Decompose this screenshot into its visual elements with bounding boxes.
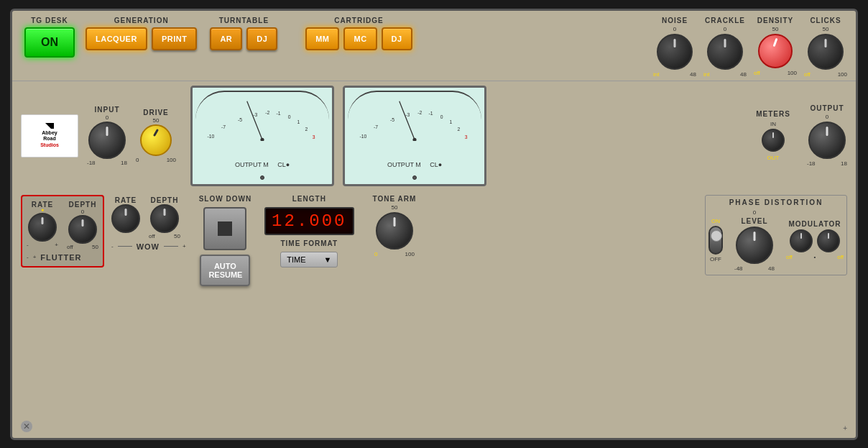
flutter-plus: + bbox=[33, 254, 37, 260]
density-100-val: 100 bbox=[788, 70, 797, 76]
vu-left-label: OUTPUT M bbox=[235, 161, 269, 168]
density-val: 50 bbox=[772, 26, 779, 32]
output-min: -18 bbox=[807, 160, 816, 167]
density-knob[interactable] bbox=[758, 34, 793, 68]
depth-flutter-label: DEPTH bbox=[69, 201, 97, 209]
flutter-rate-minus: - bbox=[27, 242, 29, 248]
input-label: INPUT bbox=[95, 106, 120, 114]
svg-text:3: 3 bbox=[465, 134, 468, 139]
slow-down-label: SLOW DOWN bbox=[199, 195, 251, 203]
depth-flutter-knob[interactable] bbox=[68, 215, 97, 244]
vu-meter-right: -10 -7 -5 -3 -2 -1 0 1 2 3 OUTPUT M CL● bbox=[343, 86, 486, 186]
on-button[interactable]: ON bbox=[24, 27, 75, 58]
minus-icon-bottom[interactable]: ✕ bbox=[21, 421, 32, 432]
rate-wow-knob[interactable] bbox=[111, 204, 140, 233]
cl-right-label: CL● bbox=[430, 161, 442, 168]
svg-text:-1: -1 bbox=[277, 111, 281, 116]
stop-icon bbox=[218, 221, 232, 236]
ar-button[interactable]: AR bbox=[210, 27, 242, 50]
modulator-knob-left[interactable] bbox=[790, 229, 813, 252]
svg-text:-3: -3 bbox=[253, 112, 257, 117]
time-format-dropdown[interactable]: TIME ▼ bbox=[280, 252, 338, 268]
meters-label: METERS bbox=[756, 110, 790, 118]
tone-arm-val: 50 bbox=[391, 204, 397, 211]
flutter-depth-max: 50 bbox=[92, 244, 98, 250]
mc-button[interactable]: MC bbox=[343, 27, 377, 50]
depth-flutter-val: 0 bbox=[81, 209, 84, 215]
auto-resume-button[interactable]: AUTO RESUME bbox=[200, 255, 250, 286]
drive-knob[interactable] bbox=[140, 124, 172, 156]
print-button[interactable]: PRINT bbox=[152, 27, 198, 50]
lacquer-button[interactable]: LACQUER bbox=[86, 27, 147, 50]
noise-48-val: 48 bbox=[690, 71, 696, 78]
phase-distortion-section: PHASE DISTORTION ON OFF 0 LEVEL -48 48 bbox=[705, 195, 847, 275]
dj-cartridge-button[interactable]: DJ bbox=[382, 27, 412, 50]
input-val: 0 bbox=[106, 114, 108, 121]
svg-text:-3: -3 bbox=[405, 112, 410, 117]
length-display: 12.000 bbox=[264, 207, 354, 235]
abbey-road-logo: Abbey Road Studios bbox=[21, 114, 78, 157]
time-format-value: TIME bbox=[287, 255, 305, 264]
time-format-label: TIME FORMAT bbox=[280, 239, 338, 247]
modulator-off-right: off bbox=[837, 254, 844, 260]
tone-arm-knob[interactable] bbox=[376, 212, 413, 250]
wow-max: 50 bbox=[174, 233, 180, 239]
clicks-knob[interactable] bbox=[808, 34, 844, 70]
clicks-label: CLICKS bbox=[810, 17, 841, 24]
rate-flutter-knob[interactable] bbox=[28, 213, 57, 242]
generation-label: GENERATION bbox=[114, 17, 169, 24]
noise-val: 0 bbox=[673, 26, 676, 32]
output-val: 0 bbox=[826, 114, 828, 120]
dj-turntable-button[interactable]: DJ bbox=[246, 27, 277, 50]
tone-arm-max: 100 bbox=[405, 251, 415, 257]
crackle-48-val: 48 bbox=[740, 71, 747, 78]
svg-text:-10: -10 bbox=[208, 133, 215, 138]
depth-wow-label: DEPTH bbox=[151, 196, 179, 204]
modulator-knob-right[interactable] bbox=[817, 229, 840, 252]
svg-text:1: 1 bbox=[449, 119, 452, 124]
output-knob[interactable] bbox=[808, 122, 846, 159]
meters-in-label: IN bbox=[770, 121, 776, 127]
input-knob[interactable] bbox=[88, 122, 126, 159]
svg-line-10 bbox=[247, 101, 262, 140]
abbey-road-line3: Studios bbox=[40, 142, 59, 147]
modulator-dot-center: • bbox=[814, 254, 816, 260]
svg-text:3: 3 bbox=[313, 134, 315, 139]
phase-level-knob[interactable] bbox=[736, 227, 773, 264]
depth-wow-knob[interactable] bbox=[150, 204, 179, 233]
wow-label: WOW bbox=[137, 242, 160, 251]
drive-val: 50 bbox=[153, 117, 160, 124]
svg-text:-2: -2 bbox=[265, 109, 269, 114]
phase-on-label: ON bbox=[711, 218, 720, 224]
flutter-rate-plus: + bbox=[55, 242, 58, 248]
svg-point-11 bbox=[260, 137, 264, 140]
rate-wow-label: RATE bbox=[115, 196, 137, 204]
mm-button[interactable]: MM bbox=[305, 27, 339, 50]
clicks-val: 50 bbox=[823, 26, 829, 32]
plus-icon-top-center: + bbox=[843, 424, 847, 432]
input-max: 18 bbox=[121, 160, 127, 166]
slow-down-button[interactable] bbox=[203, 207, 246, 250]
noise-knob[interactable] bbox=[657, 34, 693, 70]
output-max: 18 bbox=[841, 160, 847, 167]
phase-level-label: LEVEL bbox=[741, 217, 767, 225]
svg-text:2: 2 bbox=[305, 126, 308, 131]
svg-text:0: 0 bbox=[288, 114, 291, 119]
vu-right-label: OUTPUT M bbox=[387, 161, 421, 168]
crackle-knob[interactable] bbox=[707, 34, 743, 70]
phase-level-max: 48 bbox=[768, 265, 775, 272]
vu-meter-left: -10 -7 -5 -3 -2 -1 0 1 2 3 OUTPUT M CL bbox=[190, 86, 334, 186]
clicks-off-label: off bbox=[804, 71, 811, 78]
output-label: OUTPUT bbox=[810, 104, 844, 112]
svg-text:2: 2 bbox=[458, 126, 461, 131]
svg-text:-5: -5 bbox=[238, 116, 242, 122]
noise-label: NOISE bbox=[662, 17, 688, 24]
svg-text:-7: -7 bbox=[374, 124, 378, 129]
length-label: LENGTH bbox=[292, 195, 326, 203]
svg-text:-5: -5 bbox=[390, 116, 394, 122]
abbey-road-line1: Abbey bbox=[42, 130, 57, 135]
wow-plus-label: + bbox=[183, 243, 186, 250]
phase-distortion-toggle[interactable] bbox=[708, 226, 723, 255]
cl-left-label: CL● bbox=[277, 161, 290, 168]
meters-in-knob[interactable] bbox=[762, 129, 785, 152]
